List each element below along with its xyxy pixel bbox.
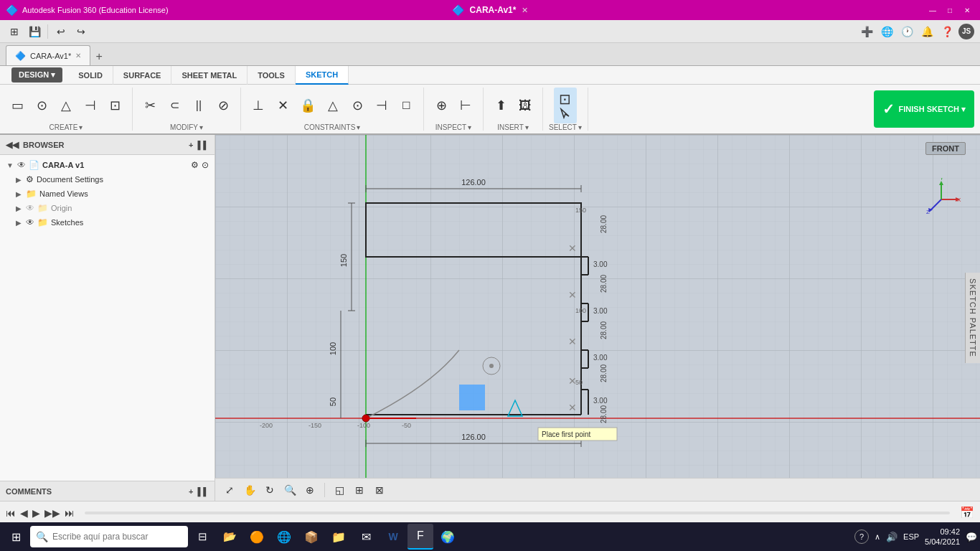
tab-close-titlebar[interactable]: ✕ <box>522 6 528 15</box>
midpoint-constraint[interactable]: ⊣ <box>370 88 393 123</box>
tree-item-origin[interactable]: ▶ 👁 📁 Origin <box>0 201 215 215</box>
redo-button[interactable]: ↪ <box>72 23 90 40</box>
notification-icon[interactable]: 🔔 <box>918 23 936 40</box>
coincident-constraint[interactable]: ✕ <box>271 88 294 123</box>
view-cube-label[interactable]: FRONT <box>925 142 966 155</box>
origin-arrow-icon[interactable]: ▶ <box>14 204 23 212</box>
search-input[interactable] <box>52 532 182 542</box>
sketches-arrow-icon[interactable]: ▶ <box>14 219 23 227</box>
lock-constraint[interactable]: 🔒 <box>296 88 320 123</box>
rectangle-tool[interactable]: ▭ <box>6 88 29 123</box>
tree-item-sketches[interactable]: ▶ 👁 📁 Sketches <box>0 215 215 230</box>
undo-button[interactable]: ↩ <box>52 23 70 40</box>
camera-pan-icon[interactable]: ✋ <box>241 481 258 499</box>
files-button[interactable]: 📁 <box>326 524 352 550</box>
camera-zoom-icon[interactable]: 🔍 <box>281 481 298 499</box>
insert-label[interactable]: INSERT▾ <box>497 123 529 133</box>
insert-dxf-tool[interactable]: ⬆ <box>489 88 512 123</box>
chrome-button[interactable]: 🌍 <box>435 524 461 550</box>
minimize-button[interactable]: — <box>925 3 940 17</box>
perpendicular-constraint[interactable]: ⊥ <box>247 88 270 123</box>
ribbon-tab-sketch[interactable]: SKETCH <box>296 66 349 85</box>
project-tool[interactable]: || <box>187 88 210 123</box>
browser-add-icon[interactable]: + <box>189 141 193 149</box>
new-tab-button[interactable]: + <box>90 48 108 65</box>
create-label[interactable]: CREATE▾ <box>50 123 83 133</box>
online-icon[interactable]: 🌐 <box>878 23 895 40</box>
root-settings-icon[interactable]: ⚙ <box>191 160 199 170</box>
grid-icon[interactable]: ⊞ <box>351 481 368 499</box>
camera-home-icon[interactable]: ⤢ <box>221 481 238 499</box>
dropbox-button[interactable]: 📦 <box>298 524 324 550</box>
ribbon-tab-sheet-metal[interactable]: SHEET METAL <box>171 66 248 85</box>
taskbar-search[interactable]: 🔍 <box>30 526 188 547</box>
sketches-eye-icon[interactable]: 👁 <box>26 217 34 227</box>
ribbon-tab-surface[interactable]: SURFACE <box>113 66 172 85</box>
notification-center-icon[interactable]: 💬 <box>966 532 977 542</box>
new-tab-button[interactable]: ➕ <box>858 23 875 40</box>
finish-sketch-button[interactable]: ✓ FINISH SKETCH ▾ <box>874 90 974 128</box>
concentric-constraint[interactable]: ⊙ <box>346 88 369 123</box>
view-cube[interactable]: FRONT <box>925 142 966 155</box>
timeline-next-icon[interactable]: ▶▶ <box>44 507 60 519</box>
select-label[interactable]: SELECT▾ <box>549 123 582 133</box>
point-tool[interactable]: ⊡ <box>103 88 126 123</box>
measure-tool[interactable]: ⊕ <box>430 88 453 123</box>
speaker-icon[interactable]: 🔊 <box>886 532 897 542</box>
tree-item-named-views[interactable]: ▶ 📁 Named Views <box>0 187 215 201</box>
user-icon[interactable]: JS <box>958 24 974 39</box>
tree-item-doc-settings[interactable]: ▶ ⚙ Document Settings <box>0 172 215 187</box>
browser-back-icon[interactable]: ◀◀ <box>6 140 19 150</box>
help-icon-tray[interactable]: ? <box>854 529 869 544</box>
display-settings-icon[interactable]: ⊠ <box>371 481 388 499</box>
origin-eye-icon[interactable]: 👁 <box>26 203 34 213</box>
timeline-home-icon[interactable]: ⏮ <box>6 507 16 519</box>
tree-item-root[interactable]: ▼ 👁 📄 CARA-A v1 ⚙ ⊙ <box>0 158 215 172</box>
timeline-prev-icon[interactable]: ◀ <box>20 507 28 519</box>
word-button[interactable]: W <box>380 524 406 550</box>
tab-close-button[interactable]: ✕ <box>75 52 81 60</box>
maximize-button[interactable]: □ <box>943 3 957 17</box>
ribbon-tab-tools[interactable]: TOOLS <box>248 66 296 85</box>
dimension-constraint[interactable]: ☐ <box>395 88 418 123</box>
root-eye-icon[interactable]: 👁 <box>17 160 26 170</box>
canvas-area[interactable]: 126.00 150 100 50 3.00 3.00 3.00 3.00 28… <box>215 135 980 501</box>
offset-tool[interactable]: ⊂ <box>163 88 186 123</box>
fusion-button[interactable]: F <box>407 524 433 550</box>
select-tool[interactable]: ⊡ <box>554 88 577 123</box>
chevron-icon[interactable]: ∧ <box>875 532 880 542</box>
ruler-tool[interactable]: ⊢ <box>454 88 477 123</box>
file-explorer-button[interactable]: 📂 <box>217 524 242 550</box>
help-icon[interactable]: ❓ <box>938 23 956 40</box>
clock-icon[interactable]: 🕐 <box>898 23 915 40</box>
insert-image-tool[interactable]: 🖼 <box>514 88 537 123</box>
microsoft-icon-button[interactable]: 🟠 <box>244 524 270 550</box>
line-tool[interactable]: ⊣ <box>79 88 102 123</box>
break-tool[interactable]: ⊘ <box>212 88 235 123</box>
sketch-palette-tab[interactable]: SKETCH PALETTE <box>965 273 980 363</box>
root-context-icon[interactable]: ⊙ <box>202 160 209 170</box>
timeline-icon[interactable]: 📅 <box>960 506 974 519</box>
tangent-constraint[interactable]: △ <box>321 88 344 123</box>
trim-tool[interactable]: ✂ <box>138 88 161 123</box>
constraints-label[interactable]: CONSTRAINTS▾ <box>304 123 361 133</box>
timeline-play-icon[interactable]: ▶ <box>32 507 40 519</box>
timeline-track[interactable] <box>85 512 950 514</box>
root-arrow-icon[interactable]: ▼ <box>6 161 14 169</box>
inspect-label[interactable]: INSPECT▾ <box>435 123 471 133</box>
comments-add-icon[interactable]: + <box>189 487 193 496</box>
mail-button[interactable]: ✉ <box>353 524 379 550</box>
edge-button[interactable]: 🌐 <box>271 524 297 550</box>
circle-tool[interactable]: ⊙ <box>30 88 53 123</box>
ribbon-tab-solid[interactable]: SOLID <box>68 66 113 85</box>
browser-collapse-icon[interactable]: ▌▌ <box>197 141 209 149</box>
close-button[interactable]: ✕ <box>960 3 974 17</box>
task-view-button[interactable]: ⊟ <box>189 524 215 550</box>
design-dropdown[interactable]: DESIGN ▾ <box>11 67 62 83</box>
triangle-tool[interactable]: △ <box>55 88 77 123</box>
modify-label[interactable]: MODIFY▾ <box>170 123 203 133</box>
start-button[interactable]: ⊞ <box>3 524 29 550</box>
timeline-end-icon[interactable]: ⏭ <box>65 507 75 519</box>
doc-settings-arrow-icon[interactable]: ▶ <box>14 176 23 184</box>
comments-collapse-icon[interactable]: ▌▌ <box>197 487 209 496</box>
